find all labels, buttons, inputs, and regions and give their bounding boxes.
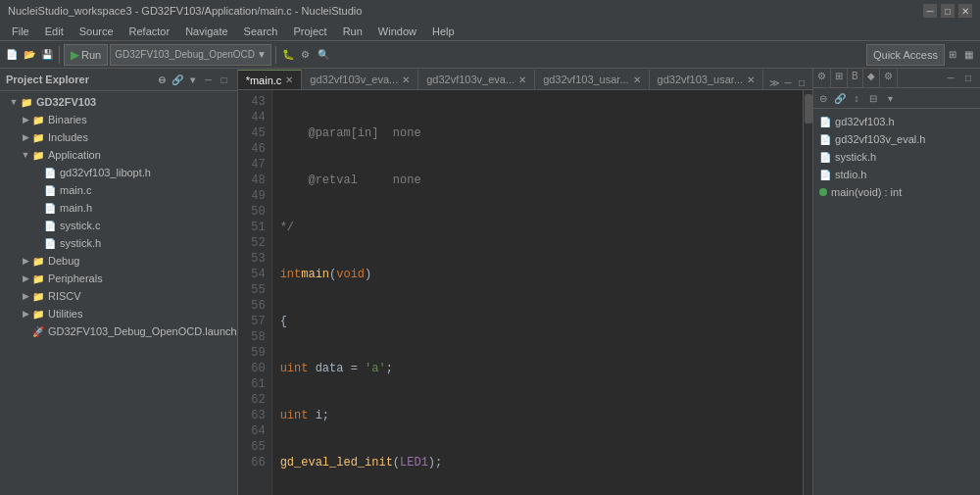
close-button[interactable]: ✕ bbox=[958, 4, 972, 18]
tab-gd32v1-close[interactable]: ✕ bbox=[402, 74, 410, 85]
outline-filter-icon[interactable]: ⊟ bbox=[865, 90, 881, 106]
outline-list: 📄 gd32vf103.h 📄 gd32vf103v_eval.h 📄 syst… bbox=[813, 109, 980, 205]
outline-item-stdio[interactable]: 📄 stdio.h bbox=[813, 166, 980, 183]
link-editor-icon[interactable]: 🔗 bbox=[171, 73, 184, 86]
menu-edit[interactable]: Edit bbox=[37, 24, 72, 39]
menu-source[interactable]: Source bbox=[72, 24, 122, 39]
title-bar: NucleiStudio_workspace3 - GD32FV103/Appl… bbox=[0, 0, 980, 22]
minimize-sidebar-icon[interactable]: ─ bbox=[202, 73, 216, 86]
run-button[interactable]: ▶ Run bbox=[64, 44, 108, 66]
main-c-file-icon: 📄 bbox=[43, 183, 57, 197]
sidebar-header-icons: ⊖ 🔗 ▾ ─ □ bbox=[155, 73, 231, 86]
editor-area: *main.c ✕ gd32vf103v_eva... ✕ gd32vf103v… bbox=[238, 69, 812, 495]
maximize-button[interactable]: □ bbox=[941, 4, 955, 18]
outline-collapse-icon[interactable]: ⊖ bbox=[815, 90, 831, 106]
outline-item-gd32eval[interactable]: 📄 gd32vf103v_eval.h bbox=[813, 130, 980, 148]
maximize-editor-icon[interactable]: □ bbox=[795, 75, 808, 89]
outline-menu-icon[interactable]: ▾ bbox=[882, 90, 898, 106]
rp-tab-3[interactable]: B bbox=[848, 69, 863, 87]
rp-minimize-icon[interactable]: ─ bbox=[943, 71, 958, 86]
new-file-icon[interactable]: 📄 bbox=[4, 47, 20, 63]
search-toolbar-icon[interactable]: 🔍 bbox=[316, 47, 331, 63]
outline-item-mainvoid[interactable]: main(void) : int bbox=[813, 183, 980, 201]
outline-item-systick[interactable]: 📄 systick.h bbox=[813, 148, 980, 166]
tree-item-libopt[interactable]: ▶ 📄 gd32vf103_libopt.h bbox=[0, 164, 237, 181]
outline-label-gd32eval: gd32vf103v_eval.h bbox=[835, 133, 925, 145]
tree-item-launch[interactable]: ▶ 🚀 GD32FV103_Debug_OpenOCD.launch bbox=[0, 322, 237, 340]
tab-gd32usr1-close[interactable]: ✕ bbox=[633, 74, 641, 85]
tab-gd32v1-label: gd32vf103v_eva... bbox=[310, 74, 398, 85]
tree-item-systick-c[interactable]: ▶ 📄 systick.c bbox=[0, 217, 237, 234]
minimize-editor-icon[interactable]: ─ bbox=[781, 75, 795, 89]
outline-item-gd32h[interactable]: 📄 gd32vf103.h bbox=[813, 113, 980, 130]
outline-link-icon[interactable]: 🔗 bbox=[832, 90, 848, 106]
menu-project[interactable]: Project bbox=[285, 24, 334, 39]
code-line-43: @param[in] none bbox=[280, 125, 795, 141]
tree-item-riscv[interactable]: ▶ 📁 RISCV bbox=[0, 287, 237, 305]
window-controls[interactable]: ─ □ ✕ bbox=[923, 4, 972, 18]
tree-item-main-h[interactable]: ▶ 📄 main.h bbox=[0, 199, 237, 217]
tab-gd32v2[interactable]: gd32vf103v_eva... ✕ bbox=[418, 70, 535, 89]
tree-item-peripherals[interactable]: ▶ 📁 Peripherals bbox=[0, 270, 237, 287]
debug-folder-icon: 📁 bbox=[31, 254, 45, 268]
rp-maximize-icon[interactable]: □ bbox=[960, 71, 976, 86]
collapse-all-icon[interactable]: ⊖ bbox=[155, 73, 169, 86]
menu-navigate[interactable]: Navigate bbox=[177, 24, 235, 39]
tab-gd32usr2-close[interactable]: ✕ bbox=[747, 74, 755, 85]
menu-file[interactable]: File bbox=[4, 24, 37, 39]
perspective-icon[interactable]: ⊞ bbox=[945, 47, 960, 63]
menu-run[interactable]: Run bbox=[335, 24, 370, 39]
tab-gd32v2-close[interactable]: ✕ bbox=[518, 74, 526, 85]
tree-item-application[interactable]: ▼ 📁 Application bbox=[0, 146, 237, 164]
outline-label-stdio: stdio.h bbox=[835, 169, 866, 180]
rp-tab-5[interactable]: ⚙ bbox=[880, 69, 898, 87]
tree-item-main-c[interactable]: ▶ 📄 main.c bbox=[0, 181, 237, 199]
toolbar-sep-1 bbox=[59, 46, 60, 64]
tree-label-riscv: RISCV bbox=[48, 290, 81, 302]
tree-item-binaries[interactable]: ▶ 📁 Binaries bbox=[0, 111, 237, 128]
build-icon[interactable]: ⚙ bbox=[298, 47, 314, 63]
systick-h-file-icon: 📄 bbox=[43, 236, 57, 250]
menu-refactor[interactable]: Refactor bbox=[122, 24, 178, 39]
run-config-dropdown[interactable]: GD32FV103_Debug_OpenOCD ▼ bbox=[110, 44, 271, 66]
tab-gd32usr1[interactable]: gd32vf103_usar... ✕ bbox=[535, 70, 649, 89]
menu-search[interactable]: Search bbox=[236, 24, 286, 39]
code-content[interactable]: @param[in] none @retval none */ int main… bbox=[272, 90, 803, 495]
menu-window[interactable]: Window bbox=[370, 24, 424, 39]
outline-sort-icon[interactable]: ↕ bbox=[849, 90, 864, 106]
quick-access-label: Quick Access bbox=[873, 49, 938, 61]
layout-icon[interactable]: ▦ bbox=[960, 47, 976, 63]
tree-label-gd32fv103: GD32FV103 bbox=[36, 96, 96, 108]
tab-gd32usr2[interactable]: gd32vf103_usar... ✕ bbox=[650, 70, 763, 89]
tab-main-c[interactable]: *main.c ✕ bbox=[238, 70, 303, 89]
rp-tab-4[interactable]: ◆ bbox=[863, 69, 880, 87]
save-icon[interactable]: 💾 bbox=[39, 47, 55, 63]
tree-item-gd32fv103[interactable]: ▼ 📁 GD32FV103 bbox=[0, 93, 237, 111]
tree-item-systick-h[interactable]: ▶ 📄 systick.h bbox=[0, 234, 237, 252]
menu-help[interactable]: Help bbox=[424, 24, 463, 39]
right-panel: ⚙ ⊞ B ◆ ⚙ ─ □ ⊖ 🔗 ↕ ⊟ ▾ 📄 gd32vf103.h 📄 bbox=[812, 69, 980, 495]
rp-tab-2[interactable]: ⊞ bbox=[831, 69, 848, 87]
tabs-menu-icon[interactable]: ≫ bbox=[767, 75, 781, 89]
rp-tab-1[interactable]: ⚙ bbox=[813, 69, 831, 87]
tab-main-c-close[interactable]: ✕ bbox=[285, 74, 293, 85]
quick-access-button[interactable]: Quick Access bbox=[866, 44, 945, 66]
tree-label-application: Application bbox=[48, 149, 101, 161]
outline-label-gd32h: gd32vf103.h bbox=[835, 116, 895, 127]
launch-file-icon: 🚀 bbox=[31, 324, 45, 338]
main-h-file-icon: 📄 bbox=[43, 201, 57, 215]
sidebar-menu-icon[interactable]: ▾ bbox=[186, 73, 200, 86]
open-icon[interactable]: 📂 bbox=[22, 47, 37, 63]
scrollbar-thumb[interactable] bbox=[805, 94, 812, 124]
maximize-sidebar-icon[interactable]: □ bbox=[218, 73, 231, 86]
code-line-50: gd_eval_led_init(LED1); bbox=[280, 455, 795, 470]
minimize-button[interactable]: ─ bbox=[923, 4, 937, 18]
tab-gd32v1[interactable]: gd32vf103v_eva... ✕ bbox=[302, 70, 418, 89]
debug-icon[interactable]: 🐛 bbox=[280, 47, 296, 63]
tree-item-includes[interactable]: ▶ 📁 Includes bbox=[0, 128, 237, 146]
tree-label-includes: Includes bbox=[48, 131, 88, 143]
tree-item-debug[interactable]: ▶ 📁 Debug bbox=[0, 252, 237, 270]
tree-item-utilities[interactable]: ▶ 📁 Utilities bbox=[0, 305, 237, 322]
tree-label-systick-h: systick.h bbox=[60, 237, 101, 249]
editor-scrollbar[interactable] bbox=[803, 90, 812, 495]
